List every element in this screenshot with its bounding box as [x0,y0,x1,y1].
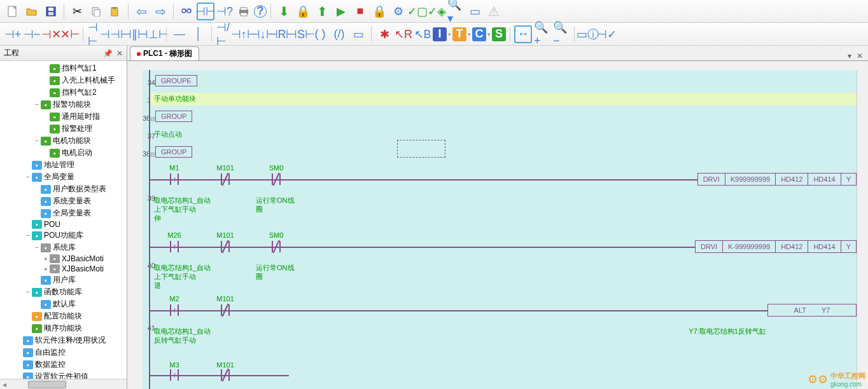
cursor-r-button[interactable]: ↖R [395,25,412,43]
tree-item[interactable]: ▪挡料气缸2 [0,86,127,99]
tree-item[interactable]: −▪POU功能库 [0,229,127,242]
tree-item[interactable]: ▪地址管理 [0,159,127,171]
contact-nc[interactable] [267,172,286,187]
redo-button[interactable]: ⇨ [151,3,169,20]
tree-toggle[interactable]: − [24,289,32,296]
paste-button[interactable] [106,3,124,20]
tree-toggle[interactable]: − [33,101,41,108]
run-button[interactable]: ▶ [332,3,350,20]
tree-item[interactable]: ▪设置软元件初值 [0,371,127,379]
delete-col-button[interactable]: ✕⊢ [61,25,79,43]
undo-button[interactable]: ⇦ [132,3,150,20]
sidebar-scrollbar[interactable]: ◂ [0,379,127,389]
cross-ref-button[interactable]: ⊣? [216,3,234,20]
tree-toggle[interactable]: − [33,244,41,251]
tree-item[interactable]: ▪挡料气缸1 [0,62,127,74]
check-button[interactable]: ⊣✓ [598,25,615,43]
tree-item[interactable]: +▪XJBasicMoti [0,264,127,274]
download-button[interactable]: ⬇ [275,3,293,20]
hline-button[interactable]: — [171,25,188,43]
comment-button[interactable]: ▭ⓘ [578,25,596,43]
tree-toggle[interactable]: + [42,256,50,263]
contact-s-button[interactable]: ⊣S⊢ [292,25,310,43]
device-button[interactable]: ▭ [466,3,484,20]
tree-item[interactable]: −▪报警功能块 [0,99,127,111]
compile-button[interactable]: ✓▢ [409,3,426,20]
not-button[interactable]: ✱ [375,25,393,43]
editor-scrollbar-v[interactable] [857,70,868,389]
output-instruction[interactable]: DRVIK-999999999HD412HD414Y [695,240,857,253]
tree-item[interactable]: ▪通用延时指 [0,111,127,123]
cut-button[interactable]: ✂ [68,3,86,20]
contact-nc[interactable] [216,239,235,254]
coil-nc-button[interactable]: (/) [330,25,348,43]
output-instruction[interactable]: DRVIK999999999HD412HD414Y [697,173,857,186]
s-button[interactable]: S [492,27,506,41]
tab-dropdown-icon[interactable]: ▾ [845,51,854,60]
project-tree[interactable]: ▪挡料气缸1▪入壳上料机械手▪挡料气缸2−▪报警功能块▪通用延时指▪报警处理−▪… [0,61,127,379]
tree-item[interactable]: ▪系统变量表 [0,195,127,207]
i-button[interactable]: I [433,27,447,41]
tree-toggle[interactable]: − [33,137,41,144]
new-file-button[interactable] [4,3,22,20]
contact-nc[interactable] [216,367,235,383]
fit-width-button[interactable]: ↔ [514,25,532,43]
tree-item[interactable]: −▪全局变量 [0,171,127,183]
tree-item[interactable]: −▪系统库 [0,242,127,254]
tree-toggle[interactable]: − [24,174,32,181]
t-button[interactable]: T [452,27,466,41]
tree-item[interactable]: ▪POU [0,219,127,229]
contact-nc[interactable] [216,172,235,187]
tree-item[interactable]: ▪入壳上料机械手 [0,74,127,86]
contact-nc[interactable] [216,303,235,318]
vline-button[interactable]: │ [190,25,207,43]
stop-button[interactable]: ■ [351,3,369,20]
group-box[interactable]: GROUP [155,111,192,122]
warning-icon[interactable]: ⚠ [485,3,503,20]
tree-item[interactable]: −▪函数功能库 [0,286,127,298]
tab-close-icon[interactable]: ✕ [854,51,865,60]
tree-item[interactable]: ▪报警处理 [0,123,127,135]
group-box[interactable]: GROUP [155,146,192,158]
delete-contact-button[interactable]: ⊣− [23,25,41,43]
tree-item[interactable]: ▪默认库 [0,298,127,310]
download-lock-button[interactable]: 🔒 [294,3,312,20]
zoom-in-button[interactable]: 🔍+ [533,25,551,43]
compile-all-button[interactable]: ✓◈ [428,3,445,20]
open-file-button[interactable] [23,3,41,20]
tree-item[interactable]: ▪自由监控 [0,346,127,358]
lock-button[interactable]: 🔒 [370,3,388,20]
group-box[interactable]: GROUPE [155,75,197,86]
tree-item[interactable]: −▪电机功能块 [0,135,127,147]
tree-item[interactable]: ▪用户数据类型表 [0,183,127,195]
rung-comment[interactable]: 手动单功能块 [150,93,857,106]
tree-toggle[interactable]: − [24,232,32,239]
cursor-b-button[interactable]: ↖B [414,25,431,43]
find-button[interactable] [178,3,195,20]
coil-button[interactable]: ( ) [311,25,329,43]
tree-item[interactable]: ▪用户库 [0,274,127,286]
func-block-button[interactable]: ▭ [349,25,367,43]
delete-row-button[interactable]: ⊣✕ [42,25,60,43]
sidebar-pin-icon[interactable]: 📌 [103,49,113,58]
settings-button[interactable]: ⚙ [389,3,407,20]
output-instruction[interactable]: ALTY7 [767,304,857,317]
tree-item[interactable]: ▪电机启动 [0,147,127,159]
tree-toggle[interactable]: + [42,266,50,273]
contact-nc[interactable] [267,239,286,254]
tree-item[interactable]: ▪全局变量表 [0,207,127,219]
tree-item[interactable]: ▪软元件注释/使用状况 [0,334,127,346]
save-button[interactable] [42,3,60,20]
tab-plc1[interactable]: PLC1 - 梯形图 [130,46,199,60]
zoom-out-button[interactable]: 🔍− [552,25,570,43]
tree-item[interactable]: ▪配置功能块 [0,310,127,322]
copy-button[interactable] [87,3,105,20]
contact-rising[interactable]: ↑ [165,303,184,318]
contact-rising[interactable]: ↑ [165,172,184,187]
ladder-edit-button[interactable]: ⊣⊢ [197,3,214,20]
upload-button[interactable]: ⬆ [313,3,331,20]
tree-item[interactable]: +▪XJBasicMoti [0,254,127,264]
ladder-editor[interactable]: 34 35 36⊟ 37 38⊟ 39 40 41 GROUPE 手动单功能块 … [127,61,868,389]
c-button[interactable]: C [472,27,486,41]
help-button[interactable]: ? [254,5,267,18]
